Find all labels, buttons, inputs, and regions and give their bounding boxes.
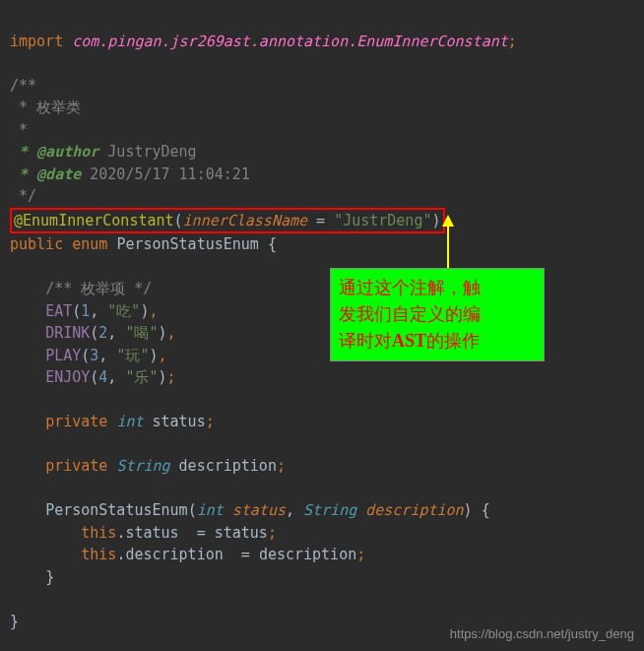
enum-str: "喝" [125,324,158,342]
javadoc-date-tag: * @date [10,165,81,183]
javadoc-line1: * 枚举类 [10,98,81,116]
assign-val: description [259,546,356,563]
enum-name: PersonStatusEnum [116,235,259,253]
watermark: https://blog.csdn.net/justry_deng [450,624,634,644]
enum-str: "玩" [116,347,149,364]
enum-const: DRINK [45,324,90,342]
javadoc-open: /** [10,77,36,95]
kw-private: private [45,457,107,475]
enum-num: 2 [98,324,107,342]
javadoc-author-val: JustryDeng [98,143,196,161]
javadoc-date-val: 2020/5/17 11:04:21 [81,165,250,183]
callout-l3c: 的操作 [426,331,480,351]
class-close: } [10,613,19,630]
kw-this: this [81,546,116,563]
enum-str: "吃" [107,302,140,320]
brace-open: { [259,235,277,253]
field-status: status [153,413,206,430]
param-type: int [197,501,224,519]
inner-comment: /** 枚举项 */ [45,280,152,297]
kw-this: this [81,524,116,542]
param-name: status [232,501,286,519]
enum-const: EAT [45,302,72,320]
code-block: import com.pingan.jsr269ast.annotation.E… [0,0,644,640]
kw-private: private [45,413,107,430]
field-description: description [179,457,277,475]
annotation-value: "JustrDeng" [334,212,431,229]
kw-public: public [10,235,63,253]
param-name: description [365,501,463,519]
enum-num: 1 [81,302,90,320]
javadoc-author-tag: * @author [10,143,98,161]
assign-field: status [125,524,178,542]
sep: , [158,347,166,364]
type-int: int [116,413,143,430]
kw-enum: enum [72,235,107,253]
enum-const: ENJOY [45,368,90,386]
assign-field: description [125,546,223,563]
highlighted-annotation: @EnumInnerConstant(innerClassName = "Jus… [10,208,445,234]
enum-num: 4 [98,368,107,386]
assign-val: status [215,524,268,542]
import-keyword: import [10,33,63,50]
ctor-close: } [45,568,54,586]
type-string: String [116,457,169,475]
sep: ; [167,368,176,386]
callout-box: 通过这个注解，触 发我们自定义的编 译时对AST的操作 [330,268,545,361]
enum-const: PLAY [45,347,81,364]
callout-l1: 通过这个注解，触 [339,278,481,297]
enum-num: 3 [90,347,98,364]
ctor-name: PersonStatusEnum [45,501,188,519]
enum-str: "乐" [125,368,158,386]
sep: , [167,324,176,342]
javadoc-close: */ [10,187,36,205]
callout-l3b: AST [392,331,426,351]
callout-l2: 发我们自定义的编 [339,304,481,324]
callout-l3a: 译时对 [339,331,392,351]
ctor-brace: ) { [464,501,490,519]
annotation-param: innerClassName [183,212,307,229]
import-package: com.pingan.jsr269ast.annotation.EnumInne… [72,33,508,50]
annotation-eq: = [307,212,334,229]
javadoc-line2: * [10,121,28,139]
annotation-name: @EnumInnerConstant [14,212,174,229]
sep: , [149,302,158,320]
param-type: String [303,501,356,519]
